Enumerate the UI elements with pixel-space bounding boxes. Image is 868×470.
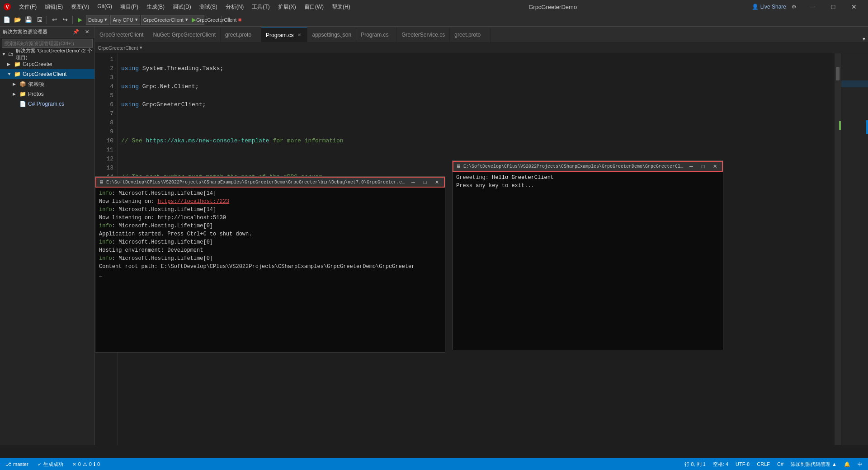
console-title-icon: 🖥 — [456, 164, 461, 169]
console-line: Press any key to exit... — [456, 182, 719, 190]
tab-greet-proto2[interactable]: greet.proto — [450, 28, 491, 42]
sidebar-close[interactable]: ✕ — [82, 27, 92, 37]
sidebar-item-deps[interactable]: ▶ 📦 依赖项 — [0, 79, 94, 89]
tab-label: Program.cs — [361, 32, 388, 38]
console-title-text: E:\SoftDevelop\CPlus\VS2022Projects\CSha… — [463, 164, 684, 169]
minimize-button[interactable]: ─ — [802, 0, 823, 14]
code-line-3: using GrpcGreeterClient; — [121, 100, 831, 109]
tab-program-cs[interactable]: Program.cs ✕ — [261, 28, 307, 42]
code-line-2: using Grpc.Net.Client; — [121, 82, 831, 91]
arrow-icon: ▶ — [7, 62, 14, 66]
menu-file[interactable]: 文件(F) — [15, 2, 40, 12]
menu-project[interactable]: 项目(P) — [117, 2, 142, 12]
console-line: info: Microsoft.Hosting.Lifetime[0] — [99, 254, 441, 263]
pause-btn[interactable]: ⏸ — [224, 15, 234, 25]
solution-explorer: 解决方案资源管理器 📌 ✕ ▼ 🗂 解决方案 'GrpcGreeterDemo'… — [0, 27, 95, 445]
console-title-icon: 🖥 — [99, 179, 104, 185]
console-restore-btn[interactable]: □ — [420, 179, 429, 186]
tab-greeterservice[interactable]: GreeterService.cs — [397, 28, 450, 42]
menu-build[interactable]: 生成(B) — [143, 2, 168, 12]
tab-program-cs2[interactable]: Program.cs — [356, 28, 397, 42]
console-titlebar-left: 🖥 E:\SoftDevelop\CPlus\VS2022Projects\CS… — [95, 177, 445, 188]
error-icon: ✕ — [72, 461, 76, 467]
toolbar-row1: 📄 📂 💾 🖫 ↩ ↪ ▶ Debug ▾ Any CPU ▾ GrpcGree… — [0, 14, 868, 26]
start-btn[interactable]: ▶ — [75, 15, 85, 25]
tab-label: GrpcGreeterClient — [99, 32, 143, 38]
menu-tools[interactable]: 工具(T) — [248, 2, 273, 12]
git-icon: ⎇ — [5, 461, 11, 467]
status-errors[interactable]: ✕ 0 ⚠ 0 ℹ 0 — [71, 461, 102, 468]
console-cursor: _ — [99, 271, 441, 279]
console-line: Now listening on: http://localhost:5130 — [99, 214, 441, 222]
protos-label: Protos — [28, 91, 44, 97]
menu-analyze[interactable]: 分析(N) — [222, 2, 248, 12]
menu-extensions[interactable]: 扩展(X) — [274, 2, 300, 12]
console-close-btn[interactable]: ✕ — [432, 179, 441, 186]
sidebar-item-program[interactable]: ▶ 📄 C# Program.cs — [0, 99, 94, 109]
console-line: info: Microsoft.Hosting.Lifetime[0] — [99, 222, 441, 230]
platform-dropdown[interactable]: Any CPU ▾ — [110, 15, 140, 25]
sidebar-search-input[interactable] — [2, 39, 93, 48]
menu-help[interactable]: 帮助(H) — [328, 2, 354, 12]
console-line: Content root path: E:\SoftDevelop\CPlus\… — [99, 263, 441, 271]
tab-grpcclientproj[interactable]: GrpcGreeterClient — [95, 28, 148, 42]
status-notifications[interactable]: 🔔 — [842, 461, 852, 468]
tab-expand-btn[interactable]: ▾ — [860, 36, 868, 42]
editor-scrollbar[interactable] — [835, 53, 841, 445]
close-button[interactable]: ✕ — [844, 0, 864, 14]
sidebar-pin[interactable]: 📌 — [71, 27, 81, 37]
stop-btn[interactable]: ■ — [235, 15, 245, 25]
tab-label: NuGet: GrpcGreeterClient — [153, 32, 216, 38]
status-encoding[interactable]: UTF-8 — [734, 461, 751, 468]
open-btn[interactable]: 📂 — [13, 15, 23, 25]
status-lang[interactable]: C# — [775, 461, 785, 468]
restore-button[interactable]: □ — [823, 0, 844, 14]
sidebar-item-protos[interactable]: ▶ 📁 Protos — [0, 89, 94, 99]
status-line-ending[interactable]: CRLF — [755, 461, 772, 468]
console-restore-btn[interactable]: □ — [698, 163, 708, 170]
tab-appsettings[interactable]: appsettings.json — [307, 28, 356, 42]
encoding-text: UTF-8 — [736, 461, 750, 467]
menu-test[interactable]: 测试(S) — [196, 2, 221, 12]
status-add-vcs[interactable]: 添加到源代码管理 ▲ — [789, 460, 839, 469]
error-count: 0 — [78, 461, 81, 467]
redo-btn[interactable]: ↪ — [60, 15, 70, 25]
arrow-icon: ▼ — [2, 52, 8, 56]
tab-close-icon[interactable]: ✕ — [296, 32, 302, 38]
build-success-status[interactable]: ✓ 生成成功 — [36, 460, 65, 469]
tab-greet-proto1[interactable]: greet.proto — [221, 28, 261, 42]
menu-git[interactable]: Git(G) — [94, 2, 116, 12]
config-dropdown[interactable]: Debug ▾ — [86, 15, 109, 25]
status-lang-indicator[interactable]: 中 — [856, 460, 864, 469]
tab-bar: GrpcGreeterClient NuGet: GrpcGreeterClie… — [95, 27, 868, 42]
menu-edit[interactable]: 编辑(E) — [41, 2, 66, 12]
warning-count: 0 — [89, 461, 92, 467]
console-line: Greeeting: Hello GreeterClient — [456, 174, 719, 182]
settings-icon[interactable]: ⚙ — [792, 4, 797, 10]
sidebar-item-solution[interactable]: ▼ 🗂 解决方案 'GrpcGreeterDemo' (2 个项目) — [0, 49, 94, 59]
save-btn[interactable]: 💾 — [24, 15, 33, 25]
sidebar-item-greeter[interactable]: ▶ 📁 GrpcGreeter — [0, 59, 94, 69]
left-console-window: 🖥 E:\SoftDevelop\CPlus\VS2022Projects\CS… — [95, 176, 445, 352]
new-project-btn[interactable]: 📄 — [2, 15, 12, 25]
sidebar-item-greeterclient[interactable]: ▼ 📁 GrpcGreeterClient — [0, 69, 94, 79]
menu-debug[interactable]: 调试(D) — [169, 2, 195, 12]
info-icon: ℹ — [94, 461, 95, 467]
console-minimize-btn[interactable]: ─ — [409, 179, 418, 186]
undo-btn[interactable]: ↩ — [49, 15, 59, 25]
status-git[interactable]: ⎇ master — [4, 461, 30, 468]
console-title-text: E:\SoftDevelop\CPlus\VS2022Projects\CSha… — [106, 180, 406, 185]
status-position[interactable]: 行 8, 列 1 — [683, 460, 707, 469]
save-all-btn[interactable]: 🖫 — [34, 15, 44, 25]
console-minimize-btn[interactable]: ─ — [687, 163, 696, 170]
sep1 — [47, 16, 47, 24]
console-close-btn[interactable]: ✕ — [710, 163, 719, 170]
tab-nuget[interactable]: NuGet: GrpcGreeterClient — [148, 28, 221, 42]
position-text: 行 8, 列 1 — [684, 461, 705, 468]
status-spaces[interactable]: 空格: 4 — [711, 460, 730, 469]
live-share-button[interactable]: 👤 Live Share — [752, 4, 786, 10]
menu-window[interactable]: 窗口(W) — [301, 2, 327, 12]
console-line: Application started. Press Ctrl+C to shu… — [99, 230, 441, 238]
run-project-btn[interactable]: ▶ GrpcGreeterClient — [209, 15, 219, 25]
menu-view[interactable]: 视图(V) — [67, 2, 93, 12]
